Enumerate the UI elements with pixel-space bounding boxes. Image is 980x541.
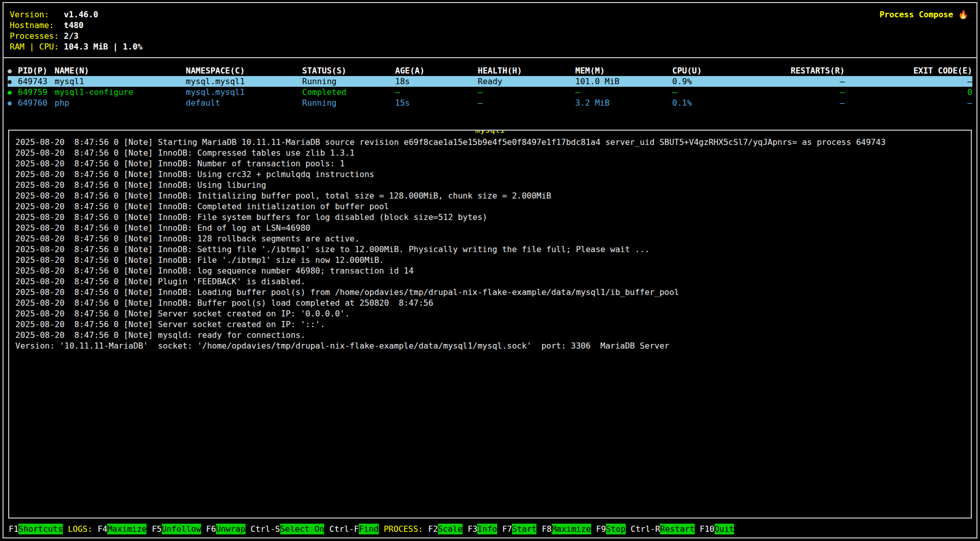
log-line: 2025-08-20 8:47:56 0 [Note] Server socke…: [15, 308, 965, 319]
shortcut-f7-start[interactable]: F7Start: [502, 524, 536, 534]
shortcut-section-process: PROCESS:: [384, 524, 423, 534]
hostname-line: Hostname:t480: [10, 20, 970, 31]
log-line: 2025-08-20 8:47:56 0 [Note] Starting Mar…: [15, 137, 965, 147]
shortcut-f3-info[interactable]: F3Info: [468, 524, 497, 534]
restarts-cell: –: [748, 87, 845, 97]
health-cell: –: [478, 87, 575, 97]
status-cell: Running: [302, 76, 395, 87]
process-row-mysql1[interactable]: ● 649743 mysql1 mysql.mysql1 Running 18s…: [8, 76, 972, 87]
age-cell: 18s: [395, 76, 478, 87]
header-restarts: RESTARTS(R): [748, 65, 845, 76]
status-dot-icon: ●: [8, 97, 18, 108]
shortcut-f9-stop[interactable]: F9Stop: [596, 524, 626, 534]
header-age: AGE(A): [395, 65, 478, 76]
header-pid: PID(P): [18, 65, 55, 76]
shortcut-key: Ctrl-S: [251, 524, 280, 534]
process-row-mysql1-configure[interactable]: ● 649759 mysql1-configure mysql.mysql1 C…: [8, 87, 972, 97]
name-cell: mysql1: [55, 76, 186, 87]
restarts-cell: –: [748, 97, 845, 108]
ram-cpu-label: RAM | CPU:: [10, 41, 64, 52]
hostname-label: Hostname:: [10, 20, 64, 31]
version-label: Version:: [10, 9, 64, 20]
log-line: 2025-08-20 8:47:56 0 [Note] InnoDB: log …: [15, 265, 965, 276]
header-health: HEALTH(H): [478, 65, 575, 76]
shortcut-key: F5: [152, 524, 161, 534]
shortcut-key: F10: [700, 524, 715, 534]
pid-cell: 649743: [18, 76, 55, 87]
log-panel[interactable]: mysql1 2025-08-20 8:47:56 0 [Note] Start…: [8, 130, 972, 519]
shortcut-bar: F1Shortcuts LOGS: F4Maximize F5Unfollow …: [4, 522, 976, 537]
shortcut-ctrl-r-restart[interactable]: Ctrl-RRestart: [631, 524, 695, 534]
shortcut-label: Unfollow: [162, 524, 201, 534]
shortcut-key: Ctrl-R: [631, 524, 660, 534]
log-line: 2025-08-20 8:47:56 0 [Note] InnoDB: Comp…: [15, 147, 965, 158]
shortcut-key: F8: [542, 524, 551, 534]
status-cell: Completed: [302, 87, 395, 97]
cpu-cell: 0.1%: [672, 97, 748, 108]
log-line: Version: '10.11.11-MariaDB' socket: '/ho…: [15, 340, 965, 351]
shortcut-label: Maximize: [552, 524, 591, 534]
shortcut-key: F2: [428, 524, 438, 534]
mem-cell: –: [575, 87, 672, 97]
shortcut-key: F3: [468, 524, 477, 534]
shortcut-f4-maximize-logs[interactable]: F4Maximize: [97, 524, 146, 534]
log-line: 2025-08-20 8:47:56 0 [Note] InnoDB: File…: [15, 212, 965, 223]
table-header-row: ● PID(P) NAME(N) NAMESPACE(C) STATUS(S) …: [8, 65, 972, 76]
shortcut-key: F9: [596, 524, 606, 534]
shortcut-ctrl-f-find[interactable]: Ctrl-FFind: [329, 524, 378, 534]
processes-line: Processes:2/3: [10, 31, 970, 41]
shortcut-section-logs: LOGS:: [68, 524, 92, 534]
version-line: Version:v1.46.0: [10, 9, 970, 20]
exit-code-cell: –: [845, 76, 972, 87]
shortcut-f10-quit[interactable]: F10Quit: [700, 524, 734, 534]
shortcut-key: F4: [97, 524, 107, 534]
shortcut-f8-maximize-process[interactable]: F8Maximize: [542, 524, 591, 534]
name-cell: mysql1-configure: [55, 87, 186, 97]
shortcut-label: Scale: [438, 524, 462, 534]
shortcut-f6-unwrap[interactable]: F6Unwrap: [206, 524, 246, 534]
shortcut-key: F1: [9, 524, 18, 534]
log-lines: 2025-08-20 8:47:56 0 [Note] Starting Mar…: [15, 137, 965, 351]
status-cell: Running: [302, 97, 395, 108]
header-name: NAME(N): [55, 65, 186, 76]
ram-cpu-value: 104.3 MiB | 1.0%: [64, 41, 142, 52]
log-line: 2025-08-20 8:47:56 0 [Note] Plugin 'FEED…: [15, 276, 965, 287]
header: Version:v1.46.0 Hostname:t480 Processes:…: [4, 3, 976, 58]
shortcut-key: Ctrl-F: [329, 524, 359, 534]
shortcut-f2-scale[interactable]: F2Scale: [428, 524, 462, 534]
header-exit-code: EXIT CODE(E): [845, 65, 972, 76]
shortcut-label: Quit: [715, 524, 734, 534]
shortcut-label: Start: [512, 524, 536, 534]
log-line: 2025-08-20 8:47:56 0 [Note] InnoDB: Buff…: [15, 298, 965, 308]
log-line: 2025-08-20 8:47:56 0 [Note] InnoDB: File…: [15, 255, 965, 265]
process-compose-app: Version:v1.46.0 Hostname:t480 Processes:…: [3, 2, 977, 538]
shortcut-ctrl-s-select-on[interactable]: Ctrl-SSelect On: [251, 524, 325, 534]
shortcut-key: F6: [206, 524, 216, 534]
shortcut-label: Maximize: [107, 524, 146, 534]
shortcut-label: Select On: [280, 524, 325, 534]
process-row-php[interactable]: ● 649760 php default Running 15s – 3.2 M…: [8, 97, 972, 108]
exit-code-cell: –: [845, 97, 972, 108]
pid-cell: 649759: [18, 87, 55, 97]
header-status: STATUS(S): [302, 65, 395, 76]
restarts-cell: –: [748, 76, 845, 87]
processes-value: 2/3: [64, 31, 79, 41]
mem-cell: 101.0 MiB: [575, 76, 672, 87]
shortcut-label: Shortcuts: [18, 524, 63, 534]
log-line: 2025-08-20 8:47:56 0 [Note] InnoDB: Usin…: [15, 180, 965, 190]
age-cell: –: [395, 87, 478, 97]
namespace-cell: mysql.mysql1: [186, 76, 302, 87]
shortcut-f5-unfollow[interactable]: F5Unfollow: [152, 524, 201, 534]
flame-icon: 🔥: [958, 10, 968, 19]
cpu-cell: 0.9%: [672, 76, 748, 87]
version-value: v1.46.0: [64, 9, 98, 20]
process-table: ● PID(P) NAME(N) NAMESPACE(C) STATUS(S) …: [4, 58, 976, 108]
log-line: 2025-08-20 8:47:56 0 [Note] InnoDB: Usin…: [15, 169, 965, 180]
app-title: Process Compose 🔥: [879, 9, 968, 20]
log-panel-title: mysql1: [474, 130, 506, 135]
shortcut-f1-shortcuts[interactable]: F1Shortcuts: [9, 524, 63, 534]
ram-cpu-line: RAM | CPU:104.3 MiB | 1.0%: [10, 41, 970, 52]
shortcut-label: Unwrap: [216, 524, 246, 534]
health-cell: –: [478, 97, 575, 108]
shortcut-label: Info: [477, 524, 497, 534]
